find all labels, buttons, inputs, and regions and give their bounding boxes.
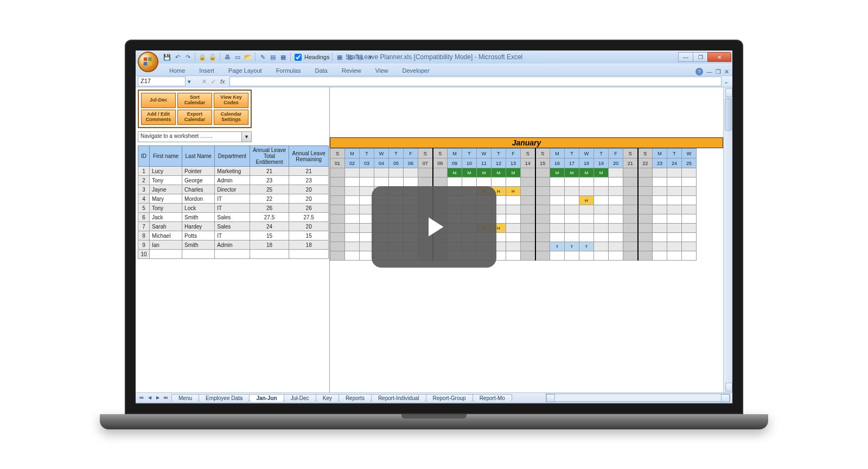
sheet-tab-report-group[interactable]: Report-Group — [426, 394, 473, 402]
status-bar: Ready ▢ 100% − + — [136, 402, 732, 403]
help-icon[interactable]: ? — [695, 68, 703, 75]
undo-icon[interactable]: ↶ — [173, 53, 182, 61]
vertical-scrollbar[interactable] — [723, 87, 732, 392]
sheet-tab-key[interactable]: Key — [316, 394, 339, 402]
table-row[interactable]: 2TonyGeorgeAdmin2323 — [138, 176, 329, 185]
ribbon-tab-home[interactable]: Home — [163, 66, 192, 75]
table-row[interactable]: 9IanSmithAdmin1818 — [138, 240, 329, 250]
tab-nav-buttons: ⏮ ◀ ▶ ⏭ — [136, 394, 172, 402]
cancel-formula-icon[interactable]: ✕ — [200, 78, 209, 85]
col-remaining: Annual Leave Remaining — [289, 146, 329, 167]
headings-label: Headings — [304, 54, 329, 60]
sheet-tab-jan-jun[interactable]: Jan-Jun — [249, 394, 284, 402]
horizontal-scrollbar[interactable] — [546, 394, 730, 402]
view-key-codes-button[interactable]: View Key Codes — [214, 93, 248, 108]
sheet-tab-reports[interactable]: Reports — [339, 394, 372, 402]
left-pane: Jul-Dec Sort Calendar View Key Codes Add… — [136, 87, 330, 392]
excel-window: 💾 ↶ ↷ 🔒 🔓 🖶 ▭ 📂 ✎ ▤ ▦ Headings ▦ ▥ ▤ ▾ S… — [136, 50, 732, 403]
col-id: ID — [138, 146, 150, 167]
name-box[interactable]: Z17 — [138, 77, 186, 86]
ribbon-tab-insert[interactable]: Insert — [193, 66, 221, 75]
close-workbook-icon[interactable]: ✕ — [724, 68, 729, 75]
titlebar: 💾 ↶ ↷ 🔒 🔓 🖶 ▭ 📂 ✎ ▤ ▦ Headings ▦ ▥ ▤ ▾ S… — [136, 50, 732, 64]
table-row[interactable]: 7SarahHardeySales2420 — [138, 222, 329, 231]
navigate-dropdown-text: Navigate to a worksheet ……. — [138, 131, 242, 142]
maximize-button[interactable]: ❐ — [693, 52, 708, 62]
minimize-button[interactable]: — — [678, 52, 693, 62]
table-row[interactable]: 4MaryMordonIT2220 — [138, 194, 329, 204]
pencil-icon[interactable]: ✎ — [258, 53, 267, 61]
new-icon[interactable]: ▭ — [233, 53, 242, 61]
chevron-down-icon: ▼ — [242, 131, 252, 142]
laptop-bezel: 💾 ↶ ↷ 🔒 🔓 🖶 ▭ 📂 ✎ ▤ ▦ Headings ▦ ▥ ▤ ▾ S… — [125, 40, 743, 414]
table-row[interactable]: 5TonyLockIT2626 — [138, 204, 329, 213]
window-controls: — ❐ ✕ — [679, 52, 731, 62]
open-icon[interactable]: 📂 — [244, 53, 252, 61]
save-icon[interactable]: 💾 — [163, 53, 171, 61]
svg-rect-1 — [148, 58, 152, 61]
col-entitlement: Annual Leave Total Entitlement — [250, 146, 289, 167]
ribbon-tab-page-layout[interactable]: Page Layout — [222, 66, 269, 75]
sheet-tab-jul-dec[interactable]: Jul-Dec — [284, 394, 316, 402]
headings-checkbox[interactable] — [295, 54, 302, 61]
sheet-tab-report-mo[interactable]: Report-Mo — [473, 394, 512, 402]
ribbon-tab-review[interactable]: Review — [335, 66, 368, 75]
col-last: Last Name — [182, 146, 215, 167]
sheet-icon[interactable]: ▦ — [279, 53, 288, 61]
office-logo-icon — [143, 56, 154, 67]
fx-button[interactable]: fx — [218, 78, 229, 85]
sheet-tab-employee-data[interactable]: Employee Data — [199, 394, 250, 402]
prev-tab-icon[interactable]: ◀ — [146, 394, 154, 402]
ribbon-tab-data[interactable]: Data — [308, 66, 334, 75]
lock-icon[interactable]: 🔒 — [198, 53, 207, 61]
close-button[interactable]: ✕ — [707, 52, 731, 62]
sort-calendar-button[interactable]: Sort Calendar — [177, 93, 212, 108]
ribbon-tab-view[interactable]: View — [369, 66, 395, 75]
svg-rect-3 — [148, 62, 152, 66]
table-row[interactable]: 6JackSmithSales27.527.5 — [138, 213, 329, 222]
ribbon-tab-formulas[interactable]: Formulas — [270, 66, 308, 75]
staff-table: ID First name Last Name Department Annua… — [138, 145, 329, 259]
formula-expand-icon[interactable]: ⌄ — [722, 78, 730, 85]
formula-input[interactable] — [229, 77, 722, 86]
svg-rect-0 — [144, 58, 148, 61]
restore-ribbon-icon[interactable]: — — [706, 68, 712, 75]
formula-bar: Z17 ▾ ✕ ✓ fx ⌄ — [136, 75, 732, 87]
next-tab-icon[interactable]: ▶ — [154, 394, 162, 402]
last-tab-icon[interactable]: ⏭ — [162, 394, 170, 402]
grid-icon[interactable]: ▦ — [335, 53, 344, 61]
navigate-worksheet-dropdown[interactable]: Navigate to a worksheet ……. ▼ — [138, 131, 252, 142]
calendar-settings-button[interactable]: Calendar Settings — [214, 110, 248, 125]
sheet-tab-menu[interactable]: Menu — [171, 394, 199, 402]
ribbon-minimize-icon[interactable]: ❐ — [716, 68, 721, 75]
laptop-base — [100, 414, 768, 429]
export-calendar-button[interactable]: Export Calendar — [177, 110, 212, 125]
print-icon[interactable]: 🖶 — [223, 53, 232, 61]
month-header: January — [330, 137, 723, 148]
jul-dec-button[interactable]: Jul-Dec — [141, 93, 176, 108]
control-button-panel: Jul-Dec Sort Calendar View Key Codes Add… — [138, 90, 252, 128]
redo-icon[interactable]: ↷ — [183, 53, 192, 61]
sheet-tab-report-individual[interactable]: Report-Individual — [371, 394, 426, 402]
namebox-dropdown-icon[interactable]: ▾ — [186, 78, 193, 85]
video-play-overlay[interactable] — [372, 186, 496, 268]
play-icon — [418, 211, 450, 243]
table-row[interactable]: 3JayneCharlesDirector2520 — [138, 185, 329, 194]
add-edit-comments-button[interactable]: Add / Edit Comments — [141, 110, 176, 125]
first-tab-icon[interactable]: ⏮ — [138, 394, 145, 402]
col-dept: Department — [215, 146, 250, 167]
sheet-tab-bar: ⏮ ◀ ▶ ⏭ MenuEmployee DataJan-JunJul-DecK… — [136, 392, 732, 402]
office-button[interactable] — [138, 52, 158, 72]
quick-access-toolbar: 💾 ↶ ↷ 🔒 🔓 🖶 ▭ 📂 ✎ ▤ ▦ Headings ▦ ▥ ▤ ▾ — [163, 53, 375, 61]
table-row[interactable]: 10 — [138, 250, 329, 259]
table-row[interactable]: 8MichaelPottsIT1515 — [138, 231, 329, 240]
laptop-frame: 💾 ↶ ↷ 🔒 🔓 🖶 ▭ 📂 ✎ ▤ ▦ Headings ▦ ▥ ▤ ▾ S… — [125, 40, 743, 429]
ribbon-tabs: HomeInsertPage LayoutFormulasDataReviewV… — [136, 64, 732, 75]
svg-rect-2 — [144, 62, 148, 66]
chart-icon[interactable]: ▤ — [269, 53, 277, 61]
ribbon-tab-developer[interactable]: Developer — [395, 66, 436, 75]
confirm-formula-icon[interactable]: ✓ — [209, 78, 218, 85]
table-row[interactable]: 1LucyPointerMarketing2121 — [138, 167, 329, 176]
lock-open-icon[interactable]: 🔓 — [208, 53, 217, 61]
col-first: First name — [149, 146, 182, 167]
